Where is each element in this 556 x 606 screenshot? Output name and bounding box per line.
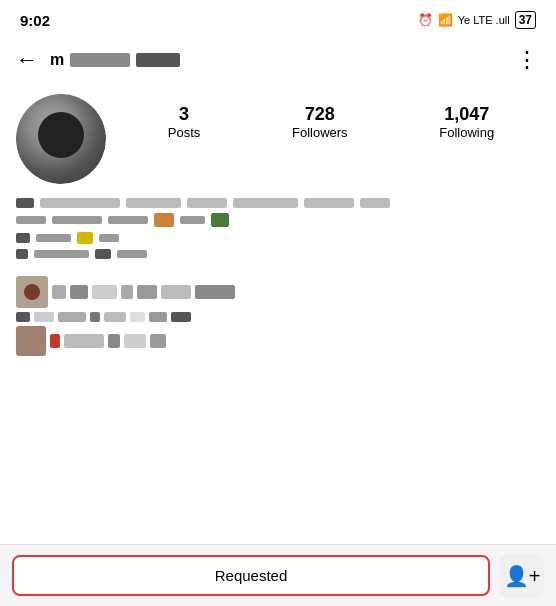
post-element [195, 285, 235, 299]
header-nav: ← m ⋮ [0, 36, 556, 84]
bio-word [16, 233, 30, 243]
followers-label: Followers [292, 125, 348, 140]
bio-word [16, 216, 46, 224]
post-element [161, 285, 191, 299]
bio-color-block [154, 213, 174, 227]
post-element [70, 285, 88, 299]
bio-word [52, 216, 102, 224]
bio-word [16, 249, 28, 259]
username-blur-part2 [136, 53, 180, 67]
bio-line-4 [16, 249, 540, 259]
bio-line-1 [16, 198, 540, 208]
post-element [149, 312, 167, 322]
bio-word [180, 216, 205, 224]
bio-word [304, 198, 354, 208]
bio-word [34, 250, 89, 258]
following-count: 1,047 [439, 104, 494, 125]
post-element [130, 312, 145, 322]
back-button[interactable]: ← [16, 47, 38, 73]
username-blur-part1 [70, 53, 130, 67]
post-row-2 [16, 312, 540, 322]
post-element [150, 334, 166, 348]
post-element [16, 312, 30, 322]
add-friend-button[interactable]: 👤+ [500, 554, 544, 598]
post-element [58, 312, 86, 322]
bio-area [0, 192, 556, 272]
posts-preview [0, 272, 556, 360]
battery-indicator: 37 [515, 11, 536, 29]
bio-word [40, 198, 120, 208]
bio-word [95, 249, 111, 259]
bio-word [99, 234, 119, 242]
bio-word [16, 198, 34, 208]
status-icons: ⏰ 📶 Ye LTE .ull 37 [418, 11, 536, 29]
post-element [121, 285, 133, 299]
post-element [52, 285, 66, 299]
avatar[interactable] [16, 94, 106, 184]
username-area: m [50, 51, 516, 69]
post-element [90, 312, 100, 322]
bio-line-2 [16, 213, 540, 227]
posts-stat[interactable]: 3 Posts [168, 104, 201, 140]
avatar-overlay [38, 112, 84, 158]
bio-word [360, 198, 390, 208]
username-initial: m [50, 51, 64, 69]
post-element [124, 334, 146, 348]
post-element [92, 285, 117, 299]
post-thumbnail[interactable] [16, 326, 46, 356]
bio-color-block [211, 213, 229, 227]
bio-word [117, 250, 147, 258]
action-bar: Requested 👤+ [0, 544, 556, 606]
signal-icon: Ye LTE .ull [458, 14, 510, 26]
bio-word [108, 216, 148, 224]
post-element [34, 312, 54, 322]
post-element [104, 312, 126, 322]
status-bar: 9:02 ⏰ 📶 Ye LTE .ull 37 [0, 0, 556, 36]
post-thumbnail[interactable] [16, 276, 48, 308]
posts-count: 3 [168, 104, 201, 125]
post-element [137, 285, 157, 299]
post-element [171, 312, 191, 322]
following-stat[interactable]: 1,047 Following [439, 104, 494, 140]
bio-word [36, 234, 71, 242]
bio-word [187, 198, 227, 208]
post-element [108, 334, 120, 348]
following-label: Following [439, 125, 494, 140]
post-row-1 [16, 276, 540, 308]
post-element [50, 334, 60, 348]
posts-label: Posts [168, 125, 201, 140]
post-element [64, 334, 104, 348]
stats-area: 3 Posts 728 Followers 1,047 Following [122, 94, 540, 140]
requested-button[interactable]: Requested [12, 555, 490, 596]
followers-count: 728 [292, 104, 348, 125]
alarm-icon: ⏰ [418, 13, 433, 27]
add-friend-icon: 👤+ [504, 564, 541, 588]
followers-stat[interactable]: 728 Followers [292, 104, 348, 140]
bio-word [126, 198, 181, 208]
avatar-image [16, 94, 106, 184]
post-row-3 [16, 326, 540, 356]
wifi-icon: 📶 [438, 13, 453, 27]
bio-line-3 [16, 232, 540, 244]
bio-word [233, 198, 298, 208]
profile-section: 3 Posts 728 Followers 1,047 Following [0, 84, 556, 192]
more-options-button[interactable]: ⋮ [516, 47, 540, 73]
status-time: 9:02 [20, 12, 50, 29]
bio-color-block [77, 232, 93, 244]
